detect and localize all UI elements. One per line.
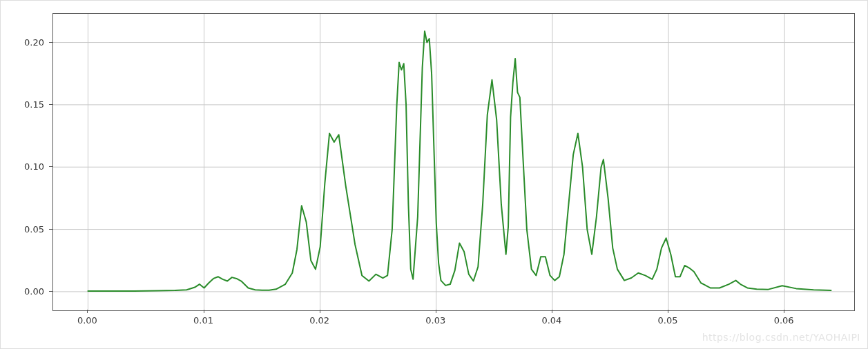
x-tick-label: 0.04 <box>541 315 561 326</box>
x-tick-label: 0.06 <box>774 315 794 326</box>
y-tick-mark <box>49 291 52 292</box>
y-tick-mark <box>49 166 52 167</box>
y-tick-mark <box>49 42 52 43</box>
y-tick-label: 0.10 <box>1 161 48 172</box>
x-tick-mark <box>668 310 668 313</box>
x-tick-label: 0.01 <box>193 315 213 326</box>
y-tick-mark <box>49 229 52 230</box>
plot-area <box>52 13 855 311</box>
watermark-text: https://blog.csdn.net/YAOHAIPI <box>702 332 860 343</box>
chart-svg <box>53 14 854 310</box>
x-tick-mark <box>436 310 436 313</box>
y-tick-label: 0.05 <box>1 223 48 234</box>
x-tick-mark <box>784 310 784 313</box>
chart-frame: 0.000.010.020.030.040.050.06 0.000.050.1… <box>0 0 868 349</box>
y-tick-mark <box>49 104 52 105</box>
x-tick-mark <box>87 310 88 313</box>
x-tick-mark <box>552 310 552 313</box>
grid-lines <box>53 14 854 310</box>
line-series <box>88 31 831 291</box>
x-tick-label: 0.02 <box>309 315 329 326</box>
x-tick-label: 0.03 <box>425 315 445 326</box>
x-tick-mark <box>204 310 204 313</box>
y-tick-label: 0.20 <box>1 37 48 47</box>
y-tick-label: 0.00 <box>1 286 48 296</box>
x-tick-mark <box>320 310 320 313</box>
y-tick-label: 0.15 <box>1 99 48 109</box>
x-tick-label: 0.00 <box>77 315 97 326</box>
x-tick-label: 0.05 <box>658 315 678 326</box>
